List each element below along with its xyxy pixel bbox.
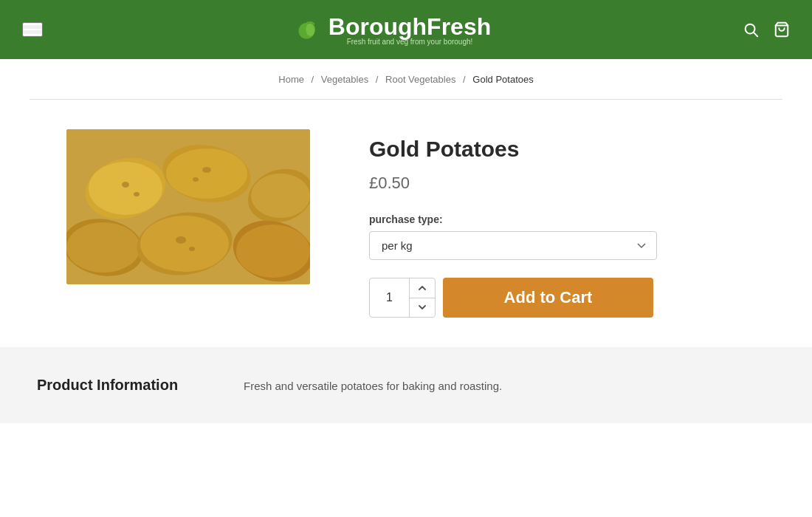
header: BoroughFresh Fresh fruit and veg from yo… [0, 0, 812, 59]
product-section: Gold Potatoes £0.50 purchase type: per k… [37, 129, 775, 318]
svg-point-19 [134, 192, 140, 196]
logo-text: BoroughFresh [328, 13, 491, 41]
breadcrumb-root-vegetables[interactable]: Root Vegetables [385, 74, 455, 85]
add-to-cart-row: 1 Add to Cart [369, 278, 746, 318]
product-info-description: Fresh and versatile potatoes for baking … [244, 377, 502, 394]
breadcrumb-current: Gold Potatoes [472, 74, 533, 85]
logo-link[interactable]: BoroughFresh Fresh fruit and veg from yo… [295, 13, 491, 46]
add-to-cart-button[interactable]: Add to Cart [443, 278, 653, 318]
svg-point-15 [140, 216, 229, 272]
breadcrumb: Home / Vegetables / Root Vegetables / Go… [30, 59, 782, 100]
product-image [66, 129, 310, 284]
purchase-type-select[interactable]: per kg [369, 231, 657, 260]
search-icon [743, 21, 759, 38]
menu-button[interactable] [22, 22, 43, 37]
search-button[interactable] [743, 21, 759, 38]
product-details: Gold Potatoes £0.50 purchase type: per k… [369, 129, 746, 318]
product-price: £0.50 [369, 174, 746, 193]
quantity-control: 1 [369, 278, 436, 318]
svg-point-13 [66, 222, 140, 273]
svg-point-1 [306, 23, 315, 36]
svg-line-3 [754, 32, 757, 36]
svg-point-17 [236, 225, 310, 278]
breadcrumb-vegetables[interactable]: Vegetables [321, 74, 368, 85]
svg-point-20 [202, 167, 211, 173]
svg-point-21 [193, 177, 199, 182]
svg-point-22 [176, 236, 186, 244]
chevron-up-icon [419, 285, 426, 290]
product-info-section: Product Information Fresh and versatile … [0, 347, 812, 423]
header-icons [743, 21, 790, 38]
breadcrumb-sep-1: / [312, 74, 314, 85]
quantity-buttons [410, 278, 435, 317]
product-image-svg [66, 129, 310, 284]
logo-icon [295, 16, 321, 43]
svg-point-18 [122, 182, 129, 188]
purchase-type-label: purchase type: [369, 213, 746, 225]
svg-point-11 [251, 174, 310, 218]
cart-icon [774, 21, 790, 38]
chevron-down-icon [419, 305, 426, 310]
product-info-title: Product Information [37, 377, 185, 394]
svg-point-7 [89, 162, 162, 215]
quantity-value: 1 [370, 278, 410, 317]
quantity-increase-button[interactable] [410, 278, 435, 298]
quantity-decrease-button[interactable] [410, 298, 435, 318]
logo-tagline: Fresh fruit and veg from your borough! [328, 38, 491, 46]
product-image-container [66, 129, 310, 284]
cart-button[interactable] [774, 21, 790, 38]
breadcrumb-home[interactable]: Home [278, 74, 304, 85]
svg-point-9 [166, 148, 247, 199]
breadcrumb-sep-2: / [376, 74, 379, 85]
svg-point-23 [189, 247, 195, 251]
product-title: Gold Potatoes [369, 137, 746, 162]
breadcrumb-sep-3: / [463, 74, 466, 85]
product-info-inner: Product Information Fresh and versatile … [37, 377, 775, 394]
